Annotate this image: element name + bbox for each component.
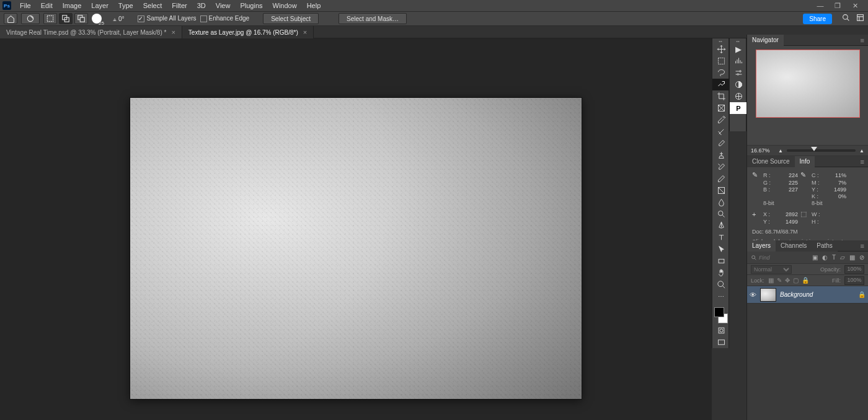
layer-item-background[interactable]: 👁 Background 🔒 — [747, 286, 868, 304]
screen-mode-button[interactable] — [712, 336, 730, 348]
blend-mode-select[interactable]: Normal — [751, 265, 792, 274]
eyedropper-tool[interactable] — [712, 114, 730, 126]
document-canvas[interactable] — [130, 98, 582, 399]
gradient-tool[interactable] — [712, 185, 730, 196]
lock-position-icon[interactable]: ✥ — [785, 277, 790, 284]
info-tab[interactable]: Info — [795, 156, 815, 167]
eraser-tool[interactable] — [712, 173, 730, 185]
adjustments-panel-icon[interactable] — [730, 79, 747, 90]
pen-tool[interactable] — [712, 220, 730, 232]
channels-tab[interactable]: Channels — [776, 240, 812, 252]
close-icon[interactable]: ✕ — [851, 2, 859, 10]
document-tab-1[interactable]: Texture as Layer.jpg @ 16.7% (RGB/8*)× — [182, 26, 314, 38]
lock-artboard-icon[interactable]: ▢ — [793, 277, 799, 284]
layer-thumbnail[interactable] — [760, 288, 776, 302]
type-tool[interactable] — [712, 232, 730, 243]
select-and-mask-button[interactable]: Select and Mask… — [339, 13, 407, 24]
healing-brush-tool[interactable] — [712, 126, 730, 138]
filter-smart-icon[interactable]: ▦ — [849, 254, 855, 261]
new-selection-button[interactable] — [43, 13, 57, 24]
add-selection-button[interactable] — [59, 13, 73, 24]
paths-tab[interactable]: Paths — [812, 240, 838, 252]
filter-toggle-icon[interactable]: ⊘ — [859, 254, 864, 261]
menu-window[interactable]: Window — [268, 1, 302, 11]
hand-tool[interactable] — [712, 267, 730, 279]
layer-search-input[interactable] — [759, 255, 784, 261]
menu-plugins[interactable]: Plugins — [235, 1, 267, 11]
layer-name[interactable]: Background — [780, 291, 813, 298]
quick-selection-tool[interactable] — [712, 79, 730, 90]
brush-tool[interactable] — [712, 138, 730, 149]
rectangle-tool[interactable] — [712, 255, 730, 267]
actions-panel-icon[interactable]: ▶ — [730, 43, 747, 55]
tool-preset-dropdown[interactable] — [21, 13, 40, 24]
panel-menu-icon[interactable]: ≡ — [857, 242, 868, 250]
subtract-selection-button[interactable] — [74, 13, 88, 24]
layers-tab[interactable]: Layers — [747, 240, 776, 252]
menu-3d[interactable]: 3D — [192, 1, 211, 11]
canvas-area[interactable] — [0, 38, 712, 420]
properties-panel-icon[interactable] — [730, 67, 747, 79]
menu-filter[interactable]: Filter — [167, 1, 192, 11]
menu-help[interactable]: Help — [302, 1, 326, 11]
path-selection-tool[interactable] — [712, 243, 730, 255]
menu-layer[interactable]: Layer — [86, 1, 113, 11]
filter-type-icon[interactable]: T — [832, 254, 836, 261]
zoom-value[interactable]: 16.67% — [751, 147, 774, 154]
filter-shape-icon[interactable]: ▱ — [840, 254, 845, 261]
history-brush-tool[interactable] — [712, 161, 730, 173]
menu-edit[interactable]: Edit — [36, 1, 58, 11]
select-subject-button[interactable]: Select Subject — [263, 13, 319, 24]
restore-icon[interactable]: ❐ — [833, 2, 842, 10]
search-icon[interactable] — [842, 14, 850, 24]
navigator-preview[interactable] — [756, 50, 860, 118]
clone-source-tab[interactable]: Clone Source — [747, 156, 795, 167]
edit-toolbar-button[interactable]: ⋯ — [712, 291, 730, 302]
move-tool[interactable] — [712, 43, 730, 55]
filter-pixel-icon[interactable]: ▣ — [812, 254, 818, 261]
panel-handle-icon[interactable]: •• — [712, 38, 728, 43]
lock-transparency-icon[interactable]: ▦ — [768, 277, 774, 284]
lock-pixels-icon[interactable]: ✎ — [777, 277, 782, 284]
filter-adjust-icon[interactable]: ◐ — [822, 254, 828, 261]
zoom-in-icon[interactable]: ▲ — [859, 148, 864, 154]
layer-filter-search[interactable] — [751, 255, 808, 261]
enhance-edge-checkbox[interactable]: Enhance Edge — [200, 15, 250, 22]
sample-all-layers-checkbox[interactable]: Sample All Layers — [138, 15, 196, 22]
panel-menu-icon[interactable]: ≡ — [857, 37, 868, 44]
lock-icon[interactable]: 🔒 — [858, 291, 866, 298]
menu-file[interactable]: File — [15, 1, 36, 11]
tab-close-icon[interactable]: × — [171, 28, 175, 36]
clone-stamp-tool[interactable] — [712, 149, 730, 161]
zoom-slider[interactable] — [787, 149, 856, 152]
menu-image[interactable]: Image — [58, 1, 87, 11]
minimize-icon[interactable]: — — [816, 2, 825, 10]
visibility-icon[interactable]: 👁 — [750, 291, 756, 299]
character-panel-icon[interactable]: P — [730, 102, 747, 114]
menu-type[interactable]: Type — [113, 1, 138, 11]
blur-tool[interactable] — [712, 196, 730, 208]
crop-tool[interactable] — [712, 90, 730, 102]
histogram-panel-icon[interactable] — [730, 55, 747, 67]
document-tab-0[interactable]: Vintage Real Time.psd @ 33.3% (Portrait,… — [0, 26, 182, 38]
libraries-panel-icon[interactable] — [730, 90, 747, 102]
navigator-tab[interactable]: Navigator — [747, 35, 784, 46]
fill-field[interactable]: 100% — [844, 276, 864, 285]
workspace-icon[interactable] — [856, 14, 864, 24]
frame-tool[interactable] — [712, 102, 730, 114]
dodge-tool[interactable] — [712, 208, 730, 220]
panel-handle-icon[interactable]: •• — [730, 38, 746, 43]
color-swatches[interactable] — [712, 306, 730, 325]
opacity-field[interactable]: 100% — [844, 265, 864, 274]
panel-menu-icon[interactable]: ≡ — [857, 158, 868, 165]
zoom-tool[interactable] — [712, 279, 730, 291]
zoom-out-icon[interactable]: ▲ — [778, 148, 783, 154]
angle-value[interactable]: 0° — [118, 15, 125, 22]
tab-close-icon[interactable]: × — [303, 28, 307, 36]
menu-view[interactable]: View — [211, 1, 236, 11]
menu-select[interactable]: Select — [138, 1, 167, 11]
share-button[interactable]: Share — [803, 14, 832, 24]
lock-all-icon[interactable]: 🔒 — [802, 277, 809, 284]
lasso-tool[interactable] — [712, 67, 730, 79]
home-button[interactable] — [4, 13, 17, 24]
